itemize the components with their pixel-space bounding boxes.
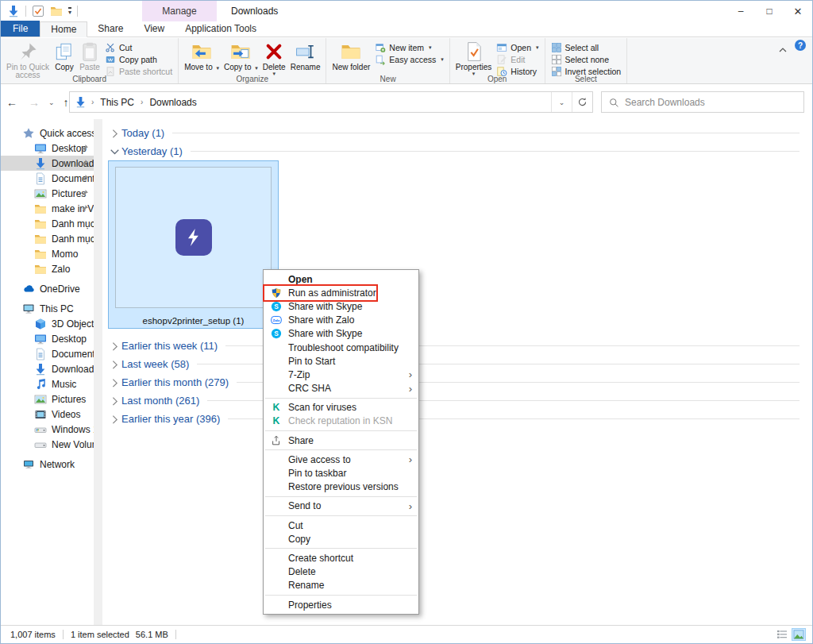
group-header-last-month-261[interactable]: Last month (261) <box>108 392 800 408</box>
address-bar[interactable]: › This PC›Downloads ⌄ <box>69 91 593 113</box>
context-menu-item-rename[interactable]: Rename <box>264 579 418 592</box>
tab-home[interactable]: Home <box>40 21 87 37</box>
edit-button[interactable]: Edit <box>494 53 541 65</box>
context-menu-item-scan-for-viruses[interactable]: KScan for viruses <box>264 401 418 415</box>
sidebar-item-pictures[interactable]: Pictures <box>1 391 94 407</box>
copy-to-button[interactable]: Copy to ▾ <box>222 40 260 74</box>
sidebar-item-desktop[interactable]: Desktop <box>1 331 94 346</box>
search-box[interactable] <box>601 91 804 113</box>
back-button[interactable]: ← <box>1 96 23 109</box>
sidebar-item-3d-objects[interactable]: 3D Objects <box>1 316 94 331</box>
group-header-yesterday-1[interactable]: Yesterday (1) <box>108 143 800 159</box>
sidebar-item-network[interactable]: Network <box>1 457 94 472</box>
context-menu-item-7-zip[interactable]: 7-Zip› <box>264 368 418 381</box>
context-menu-item-create-shortcut[interactable]: Create shortcut <box>264 551 418 565</box>
context-menu-item-crc-sha[interactable]: CRC SHA› <box>264 382 418 395</box>
group-header-today-1[interactable]: Today (1) <box>108 125 800 141</box>
sidebar-item-zalo[interactable]: Zalo <box>1 261 94 276</box>
minimize-button[interactable]: – <box>726 1 755 21</box>
new-folder-qat-icon[interactable] <box>50 5 63 17</box>
items-count: 1,007 items <box>10 630 56 639</box>
context-menu-item-send-to[interactable]: Send to› <box>264 499 418 513</box>
open-button[interactable]: Open ▾ <box>494 41 541 53</box>
sidebar-item-danh-m-c-thu-chi[interactable]: Danh mục thu chi <box>1 216 94 231</box>
tab-file[interactable]: File <box>1 21 40 37</box>
context-menu-item-pin-to-taskbar[interactable]: Pin to taskbar <box>264 466 418 480</box>
group-header-earlier-this-year-396[interactable]: Earlier this year (396) <box>108 411 800 426</box>
customize-qat-caret-icon[interactable]: ▾ <box>68 7 71 15</box>
file-list: Today (1)Yesterday (1) eshopv2printer_se… <box>108 119 800 625</box>
thumbnail-view-button[interactable] <box>792 628 806 641</box>
tab-application-tools[interactable]: Application Tools <box>175 21 267 37</box>
context-menu-item-cut[interactable]: Cut <box>264 519 418 532</box>
maximize-button[interactable]: □ <box>755 1 784 21</box>
sidebar-item-documents[interactable]: Documents <box>1 346 94 361</box>
delete-button[interactable]: Delete ▾ <box>260 40 288 78</box>
sidebar-item-quick-access[interactable]: Quick access <box>1 125 94 141</box>
group-header-earlier-this-month-279[interactable]: Earlier this month (279) <box>108 374 800 390</box>
properties-button[interactable]: Properties ▾ <box>453 40 495 78</box>
easy-access-button[interactable]: Easy access ▾ <box>372 53 445 65</box>
sidebar-item-make-in-vn[interactable]: make in VN <box>1 201 94 216</box>
context-menu-item-troubleshoot-compatibility[interactable]: Troubleshoot compatibility <box>264 341 418 354</box>
copy-button[interactable]: Copy <box>52 40 77 73</box>
manage-contextual-tab[interactable]: Manage <box>142 1 217 21</box>
forward-button[interactable]: → <box>23 96 45 109</box>
new-item-button[interactable]: New item ▾ <box>372 41 445 53</box>
new-folder-button[interactable]: New folder <box>329 40 372 73</box>
context-menu-item-delete[interactable]: Delete <box>264 565 418 579</box>
sidebar-item-downloads[interactable]: Downloads <box>1 156 94 171</box>
group-header-last-week-58[interactable]: Last week (58) <box>108 356 800 372</box>
breadcrumb-item-downloads[interactable]: Downloads <box>148 97 198 108</box>
sidebar-item-videos[interactable]: Videos <box>1 407 94 422</box>
address-dropdown-caret-icon[interactable]: ⌄ <box>551 92 572 112</box>
properties-qat-icon[interactable] <box>32 5 44 17</box>
sidebar-item-downloads[interactable]: Downloads <box>1 361 94 376</box>
details-view-button[interactable] <box>775 628 789 641</box>
context-menu-item-share[interactable]: Share <box>264 434 418 447</box>
tab-share[interactable]: Share <box>87 21 133 37</box>
sidebar-item-music[interactable]: Music <box>1 376 94 391</box>
rename-button[interactable]: Rename <box>288 40 323 73</box>
search-input[interactable] <box>625 97 796 108</box>
context-menu-item-copy[interactable]: Copy <box>264 532 418 546</box>
context-menu-item-share-with-skype[interactable]: SShare with Skype <box>264 327 418 341</box>
sidebar-scrollbar[interactable] <box>94 119 102 625</box>
sidebar-item-this-pc[interactable]: This PC <box>1 301 94 316</box>
file-item-eshopv2printer-setup[interactable]: eshopv2printer_setup (1) <box>108 160 279 329</box>
sidebar-item-onedrive[interactable]: OneDrive <box>1 281 94 296</box>
sidebar-item-momo[interactable]: Momo <box>1 246 94 261</box>
collapse-ribbon-icon[interactable] <box>779 42 787 48</box>
close-button[interactable]: ✕ <box>784 1 812 21</box>
sidebar-item-pictures[interactable]: Pictures <box>1 186 94 201</box>
context-menu-item-share-with-skype[interactable]: SShare with Skype <box>264 299 418 313</box>
context-menu-item-properties[interactable]: Properties <box>264 598 418 611</box>
kaspersky-icon: K <box>268 402 284 414</box>
copy-path-button[interactable]: Copy path <box>102 53 175 65</box>
cut-button[interactable]: Cut <box>102 41 175 53</box>
context-menu-item-give-access-to[interactable]: Give access to› <box>264 453 418 466</box>
sidebar-item-desktop[interactable]: Desktop <box>1 141 94 156</box>
recent-locations-caret-icon[interactable]: ⌄ <box>45 98 58 106</box>
paste-button[interactable]: Paste <box>77 40 102 73</box>
context-menu-item-pin-to-start[interactable]: Pin to Start <box>264 354 418 368</box>
menu-separator <box>265 548 417 549</box>
context-menu-item-restore-previous-versions[interactable]: Restore previous versions <box>264 480 418 494</box>
sidebar-item-danh-m-c-thu-chi-n[interactable]: Danh mục thu chi N <box>1 231 94 246</box>
context-menu-item-open[interactable]: Open <box>264 272 418 286</box>
context-menu-item-run-as-administrator[interactable]: Run as administrator <box>264 286 418 299</box>
breadcrumb-item-this-pc[interactable]: This PC <box>98 97 136 108</box>
select-none-button[interactable]: Select none <box>549 53 624 65</box>
sidebar-item-documents[interactable]: Documents <box>1 171 94 186</box>
tab-view[interactable]: View <box>133 21 175 37</box>
context-menu-item-share-with-zalo[interactable]: ZaloShare with Zalo <box>264 314 418 327</box>
sidebar-item-new-volume-d[interactable]: New Volume (D:) <box>1 437 94 452</box>
select-all-button[interactable]: Select all <box>549 41 624 53</box>
sidebar-item-label: Documents <box>52 349 94 360</box>
help-icon[interactable]: ? <box>795 40 806 51</box>
context-menu-item-check-reputation-in-ksn[interactable]: KCheck reputation in KSN <box>264 415 418 428</box>
sidebar-item-windows-10-pro-64b[interactable]: Windows 10 Pro 64b <box>1 422 94 437</box>
move-to-button[interactable]: Move to ▾ <box>182 40 222 74</box>
group-header-earlier-this-week-11[interactable]: Earlier this week (11) <box>108 337 800 353</box>
refresh-icon[interactable] <box>572 92 592 112</box>
